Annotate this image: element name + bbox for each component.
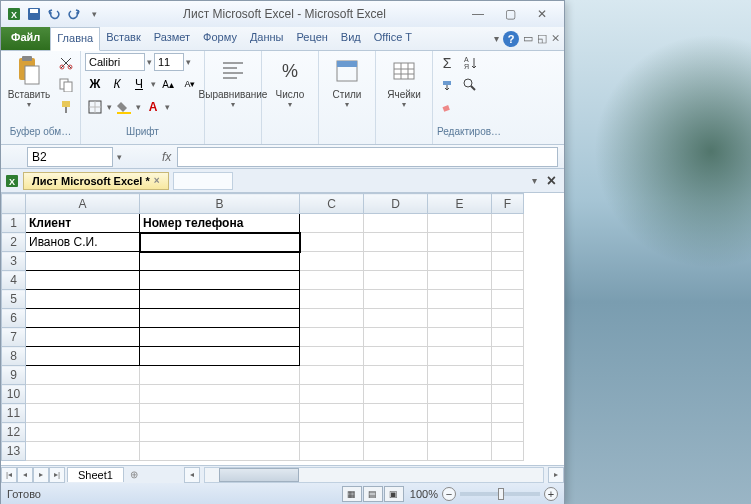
cell[interactable] — [428, 404, 492, 423]
cell[interactable] — [492, 328, 524, 347]
close-button[interactable]: ✕ — [530, 6, 554, 22]
row-header[interactable]: 11 — [2, 404, 26, 423]
cell[interactable] — [26, 290, 140, 309]
cell[interactable] — [26, 309, 140, 328]
cell[interactable] — [26, 328, 140, 347]
row-header[interactable]: 5 — [2, 290, 26, 309]
cell[interactable]: Клиент — [26, 214, 140, 233]
col-header-B[interactable]: B — [140, 194, 300, 214]
alignment-button[interactable]: Выравнивание ▾ — [209, 53, 257, 111]
cell[interactable] — [300, 385, 364, 404]
maximize-button[interactable]: ▢ — [498, 6, 522, 22]
find-icon[interactable] — [460, 75, 480, 95]
row-header[interactable]: 13 — [2, 442, 26, 461]
cell[interactable] — [140, 404, 300, 423]
doc-tabs-menu-icon[interactable]: ▾ — [526, 175, 543, 186]
cell[interactable] — [364, 366, 428, 385]
zoom-level[interactable]: 100% — [410, 488, 438, 500]
italic-button[interactable]: К — [107, 74, 127, 94]
styles-button[interactable]: Стили ▾ — [323, 53, 371, 111]
document-tab[interactable]: Лист Microsoft Excel * × — [23, 172, 169, 190]
view-break-icon[interactable]: ▣ — [384, 486, 404, 502]
cell[interactable] — [492, 442, 524, 461]
cell[interactable] — [428, 423, 492, 442]
col-header-A[interactable]: A — [26, 194, 140, 214]
cell[interactable] — [492, 309, 524, 328]
bold-button[interactable]: Ж — [85, 74, 105, 94]
tab-insert[interactable]: Вставк — [100, 27, 148, 50]
active-cell[interactable] — [140, 233, 300, 252]
cell[interactable] — [364, 214, 428, 233]
cell[interactable] — [300, 271, 364, 290]
fill-color-button[interactable] — [114, 97, 134, 117]
qat-dropdown-icon[interactable]: ▾ — [85, 5, 103, 23]
cell[interactable] — [140, 366, 300, 385]
border-button[interactable] — [85, 97, 105, 117]
sort-filter-icon[interactable]: AЯ — [460, 53, 480, 73]
shrink-font-button[interactable]: A▾ — [180, 74, 200, 94]
tab-view[interactable]: Вид — [335, 27, 368, 50]
clear-icon[interactable] — [437, 97, 457, 117]
cell[interactable] — [492, 271, 524, 290]
view-layout-icon[interactable]: ▤ — [363, 486, 383, 502]
file-tab[interactable]: Файл — [1, 27, 50, 50]
font-color-button[interactable]: A — [143, 97, 163, 117]
cell[interactable] — [492, 233, 524, 252]
cell[interactable] — [140, 309, 300, 328]
col-header-C[interactable]: C — [300, 194, 364, 214]
cell[interactable] — [364, 404, 428, 423]
cell[interactable] — [364, 328, 428, 347]
row-header[interactable]: 4 — [2, 271, 26, 290]
doc-tab-close-icon[interactable]: × — [154, 175, 160, 186]
cell[interactable] — [492, 404, 524, 423]
restore-window-icon[interactable]: ◱ — [537, 32, 547, 45]
scroll-thumb[interactable] — [219, 468, 299, 482]
sheet-nav-last-icon[interactable]: ▸| — [49, 467, 65, 483]
cell[interactable] — [26, 366, 140, 385]
grow-font-button[interactable]: A▴ — [158, 74, 178, 94]
horizontal-scrollbar[interactable] — [204, 467, 544, 483]
cell[interactable] — [300, 233, 364, 252]
cell[interactable] — [300, 442, 364, 461]
cell[interactable] — [364, 252, 428, 271]
cell[interactable] — [300, 404, 364, 423]
cell[interactable] — [26, 442, 140, 461]
cell[interactable] — [492, 366, 524, 385]
row-header[interactable]: 1 — [2, 214, 26, 233]
select-all-corner[interactable] — [2, 194, 26, 214]
cell[interactable] — [364, 442, 428, 461]
cell[interactable] — [26, 271, 140, 290]
cell[interactable] — [364, 423, 428, 442]
cell[interactable] — [428, 252, 492, 271]
cell[interactable] — [300, 347, 364, 366]
cell[interactable] — [492, 214, 524, 233]
cell[interactable] — [492, 423, 524, 442]
cells-button[interactable]: Ячейки ▾ — [380, 53, 428, 111]
cell[interactable] — [300, 423, 364, 442]
cell[interactable] — [364, 347, 428, 366]
cell[interactable] — [26, 347, 140, 366]
format-painter-icon[interactable] — [56, 97, 76, 117]
cell[interactable] — [428, 271, 492, 290]
row-header[interactable]: 8 — [2, 347, 26, 366]
cell[interactable] — [26, 423, 140, 442]
view-normal-icon[interactable]: ▦ — [342, 486, 362, 502]
hscroll-right-icon[interactable]: ▸ — [548, 467, 564, 483]
cell[interactable] — [428, 328, 492, 347]
cell[interactable] — [492, 290, 524, 309]
cell[interactable] — [140, 252, 300, 271]
zoom-in-button[interactable]: + — [544, 487, 558, 501]
undo-icon[interactable] — [45, 5, 63, 23]
cell[interactable] — [300, 214, 364, 233]
cut-icon[interactable] — [56, 53, 76, 73]
cell[interactable] — [492, 252, 524, 271]
cell[interactable] — [26, 404, 140, 423]
new-sheet-icon[interactable]: ⊕ — [124, 469, 144, 480]
col-header-D[interactable]: D — [364, 194, 428, 214]
save-icon[interactable] — [25, 5, 43, 23]
cell[interactable] — [428, 214, 492, 233]
autosum-icon[interactable]: Σ — [437, 53, 457, 73]
customize-ribbon-icon[interactable]: ▾ — [494, 33, 499, 44]
cell[interactable] — [140, 442, 300, 461]
sheet-nav-next-icon[interactable]: ▸ — [33, 467, 49, 483]
